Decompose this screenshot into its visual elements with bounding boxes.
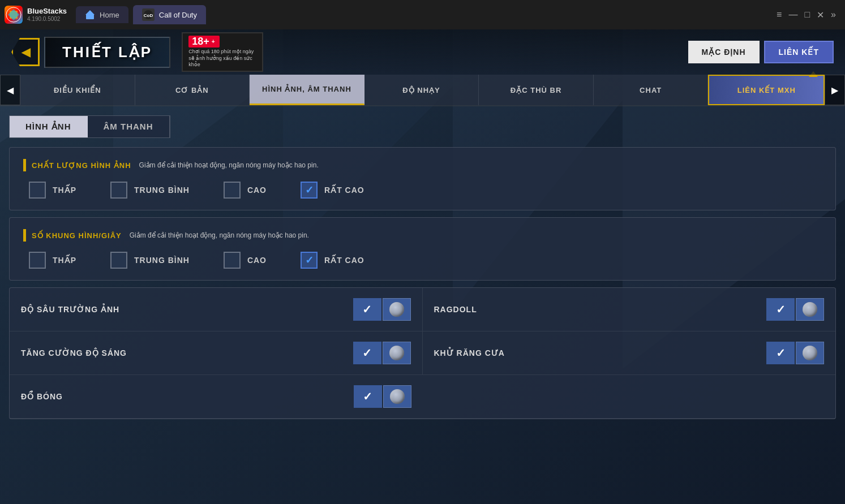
toggle-tang-cuong-slider[interactable] <box>383 342 411 364</box>
toggle-ragdoll-check[interactable]: ✓ <box>766 298 795 321</box>
toggle-ragdoll: RAGDOLL ✓ <box>423 288 836 331</box>
radio-cao-2[interactable] <box>224 252 241 269</box>
age-badge-number: 18+ + <box>188 36 219 48</box>
radio-thap-2[interactable] <box>29 252 46 269</box>
toggle-do-bong-slider[interactable] <box>383 385 411 408</box>
radio-trung-binh-2-label: TRUNG BÌNH <box>134 256 190 265</box>
toggle-do-bong: ĐỔ BÓNG ✓ <box>10 375 423 419</box>
tab-do-nhay[interactable]: ĐỘ NHẠY <box>364 75 479 105</box>
radio-cao-1[interactable] <box>224 182 241 199</box>
nav-tabs: ◀ ĐIỀU KHIỂN CƠ BẢN HÌNH ẢNH, ÂM THANH Đ… <box>0 75 845 106</box>
radio-trung-binh-1[interactable] <box>110 182 127 199</box>
more-icon[interactable]: » <box>831 10 836 20</box>
toggle-do-sau-circle <box>389 302 404 317</box>
app-name-block: BlueStacks 4.190.0.5002 <box>27 7 67 23</box>
toggle-empty <box>423 375 836 419</box>
app-title: BlueStacks <box>27 7 67 16</box>
toggle-khu-rang-cua: KHỬ RĂNG CƯA ✓ <box>423 331 836 375</box>
chat-luong-title-text: CHẤT LƯỢNG HÌNH ẢNH <box>32 161 131 170</box>
toggle-do-sau-slider[interactable] <box>383 298 411 321</box>
so-khung-section: SỐ KHUNG HÌNH/GIÂY Giảm để cải thiện hoạ… <box>9 217 836 281</box>
sub-tab-hinh-anh[interactable]: HÌNH ẢNH <box>10 116 88 137</box>
game-tab-label: Call of Duty <box>159 11 197 19</box>
svg-text:CoD: CoD <box>144 13 153 18</box>
close-icon[interactable]: ✕ <box>817 10 824 20</box>
tab-co-ban[interactable]: CƠ BẢN <box>135 75 250 105</box>
radio-rat-cao-1[interactable] <box>301 182 318 199</box>
svg-marker-4 <box>85 10 95 15</box>
tab-chat[interactable]: CHAT <box>594 75 709 105</box>
tab-lien-ket-mxh[interactable]: LIÊN KẾT MXH <box>708 75 825 105</box>
radio-rat-cao-2[interactable] <box>301 252 318 269</box>
option-rat-cao-1[interactable]: RẤT CAO <box>301 182 364 199</box>
maximize-icon[interactable]: □ <box>804 10 810 20</box>
toggle-tang-cuong: TĂNG CƯỜNG ĐỘ SÁNG ✓ <box>10 331 423 375</box>
page-title: THIẾT LẬP <box>44 37 170 68</box>
radio-cao-2-label: CAO <box>247 256 267 265</box>
chat-luong-desc: Giảm để cải thiện hoạt động, ngăn nóng m… <box>139 161 319 169</box>
toggle-do-bong-check[interactable]: ✓ <box>354 385 382 408</box>
window-controls: ≡ — □ ✕ » <box>777 10 840 20</box>
toggle-khu-rang-cua-control[interactable]: ✓ <box>766 342 824 364</box>
toggle-tang-cuong-check[interactable]: ✓ <box>353 342 381 364</box>
radio-trung-binh-2[interactable] <box>110 252 127 269</box>
minimize-icon[interactable]: — <box>788 10 797 20</box>
toggle-do-bong-label: ĐỔ BÓNG <box>21 392 63 401</box>
radio-thap-1-label: THẤP <box>53 186 76 195</box>
section-accent-1 <box>23 159 26 171</box>
header-bar: ◀ THIẾT LẬP 18+ + Chơi quá 180 phút một … <box>0 29 845 75</box>
toggle-ragdoll-slider[interactable] <box>796 298 824 321</box>
option-rat-cao-2[interactable]: RẤT CAO <box>301 252 364 269</box>
svg-rect-3 <box>86 14 94 19</box>
age-badge: 18+ + Chơi quá 180 phút một ngày sẽ ảnh … <box>182 32 263 72</box>
toggle-khu-rang-cua-label: KHỬ RĂNG CƯA <box>434 348 505 357</box>
nav-left-arrow[interactable]: ◀ <box>0 75 20 105</box>
menu-icon[interactable]: ≡ <box>777 10 782 20</box>
option-trung-binh-1[interactable]: TRUNG BÌNH <box>110 182 190 199</box>
tab-hinh-anh-am-thanh[interactable]: HÌNH ẢNH, ÂM THANH <box>250 75 364 105</box>
so-khung-options: THẤP TRUNG BÌNH CAO RẤT CAO <box>23 252 822 269</box>
home-tab[interactable]: Home <box>76 6 128 23</box>
tab-dieu-khien[interactable]: ĐIỀU KHIỂN <box>20 75 135 105</box>
tab-dac-thu-br[interactable]: ĐẶC THÙ BR <box>479 75 594 105</box>
lien-ket-button[interactable]: LIÊN KẾT <box>764 41 834 63</box>
toggle-do-sau-check[interactable]: ✓ <box>353 298 381 321</box>
toggle-tang-cuong-label: TĂNG CƯỜNG ĐỘ SÁNG <box>21 348 127 357</box>
game-area: ◀ THIẾT LẬP 18+ + Chơi quá 180 phút một … <box>0 29 845 504</box>
check-mark-khu-rang: ✓ <box>776 346 786 360</box>
toggle-ragdoll-label: RAGDOLL <box>434 305 477 314</box>
option-trung-binh-2[interactable]: TRUNG BÌNH <box>110 252 190 269</box>
section-accent-2 <box>23 229 26 242</box>
toggle-khu-rang-cua-check[interactable]: ✓ <box>766 342 795 364</box>
radio-rat-cao-2-label: RẤT CAO <box>324 256 364 265</box>
chat-luong-section: CHẤT LƯỢNG HÌNH ẢNH Giảm để cải thiện ho… <box>9 147 836 210</box>
toggle-ragdoll-control[interactable]: ✓ <box>766 298 824 321</box>
mac-dinh-button[interactable]: MẶC ĐỊNH <box>688 41 760 63</box>
home-tab-label: Home <box>100 11 119 19</box>
radio-thap-1[interactable] <box>29 182 46 199</box>
toggle-do-bong-circle <box>390 389 405 404</box>
toggle-do-sau-truong-anh: ĐỘ SÂU TRƯỜNG ẢNH ✓ <box>10 288 423 331</box>
game-tab[interactable]: CoD Call of Duty <box>133 5 206 24</box>
toggles-section: ĐỘ SÂU TRƯỜNG ẢNH ✓ RAGDOLL <box>9 287 836 419</box>
toggle-grid: ĐỘ SÂU TRƯỜNG ẢNH ✓ RAGDOLL <box>10 288 835 419</box>
back-button[interactable]: ◀ <box>11 38 40 66</box>
radio-trung-binh-1-label: TRUNG BÌNH <box>134 186 190 195</box>
toggle-do-sau-control[interactable]: ✓ <box>353 298 411 321</box>
toggle-tang-cuong-control[interactable]: ✓ <box>353 342 411 364</box>
toggle-do-bong-control[interactable]: ✓ <box>354 385 411 408</box>
sub-tab-am-thanh[interactable]: ÂM THANH <box>88 116 170 137</box>
toggle-tang-cuong-circle <box>389 346 404 360</box>
option-cao-2[interactable]: CAO <box>224 252 267 269</box>
main-content: HÌNH ẢNH ÂM THANH CHẤT LƯỢNG HÌNH ẢNH Gi… <box>0 115 845 435</box>
option-thap-2[interactable]: THẤP <box>29 252 76 269</box>
option-cao-1[interactable]: CAO <box>224 182 267 199</box>
header-buttons: MẶC ĐỊNH LIÊN KẾT <box>688 41 834 63</box>
toggle-khu-rang-cua-slider[interactable] <box>796 342 824 364</box>
app-version: 4.190.0.5002 <box>27 16 67 23</box>
sub-tabs: HÌNH ẢNH ÂM THANH <box>9 115 170 138</box>
radio-thap-2-label: THẤP <box>53 256 76 265</box>
option-thap-1[interactable]: THẤP <box>29 182 76 199</box>
so-khung-desc: Giảm để cải thiện hoạt động, ngăn nóng m… <box>130 231 309 239</box>
nav-right-arrow[interactable]: ▶ <box>825 75 845 105</box>
